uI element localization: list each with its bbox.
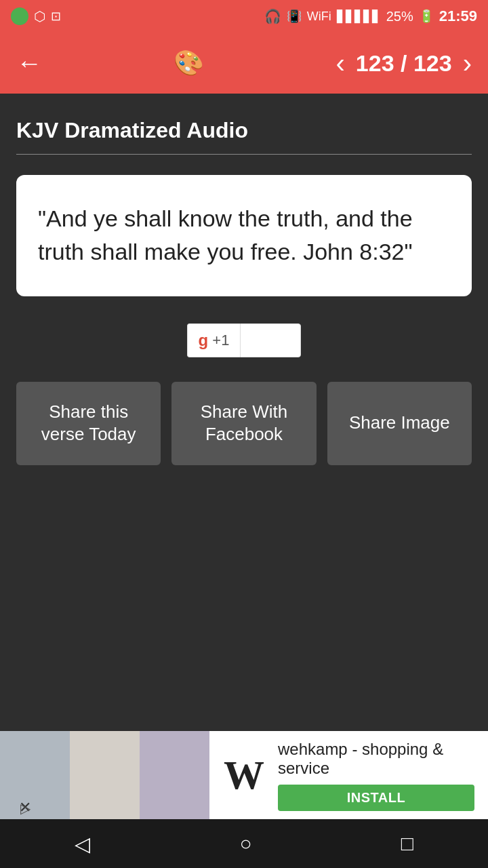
ad-brand-logo: W bbox=[224, 752, 264, 799]
ad-image-1 bbox=[0, 731, 70, 819]
time-display: 21:59 bbox=[439, 7, 477, 25]
palette-icon[interactable]: 🎨 bbox=[174, 49, 204, 77]
system-nav-bar: ◁ ○ □ bbox=[0, 819, 488, 868]
ad-text-block: wehkamp - shopping & service INSTALL bbox=[278, 740, 474, 811]
ad-banner: ✕ ▷ W wehkamp - shopping & service INSTA… bbox=[0, 731, 488, 819]
ad-image-2 bbox=[70, 731, 140, 819]
ad-images bbox=[0, 731, 210, 819]
app-icon-1 bbox=[11, 7, 28, 25]
google-plus-button[interactable]: g +1 bbox=[187, 323, 241, 357]
status-bar-left-icons: ⬡ ⊡ bbox=[11, 7, 61, 25]
google-plus-label: +1 bbox=[212, 332, 229, 349]
google-plus-count[interactable] bbox=[240, 323, 301, 357]
ad-image-3 bbox=[140, 731, 209, 819]
dropbox-icon: ⬡ bbox=[34, 8, 45, 24]
status-bar: ⬡ ⊡ 🎧 📳 WiFi ▋▋▋▋▋ 25% 🔋 21:59 bbox=[0, 0, 488, 33]
verse-text: "And ye shall know the truth, and the tr… bbox=[38, 202, 450, 269]
screenshot-icon: ⊡ bbox=[51, 9, 61, 24]
share-buttons-row: Share this verse Today Share With Facebo… bbox=[16, 382, 472, 466]
section-divider bbox=[16, 154, 472, 155]
next-page-button[interactable]: › bbox=[463, 48, 472, 79]
share-image-button[interactable]: Share Image bbox=[327, 382, 472, 466]
pagination-control: ‹ 123 / 123 › bbox=[336, 48, 472, 79]
vibrate-icon: 📳 bbox=[287, 9, 302, 24]
nav-bar: ← 🎨 ‹ 123 / 123 › bbox=[0, 33, 488, 94]
battery-icon: 🔋 bbox=[419, 9, 434, 24]
main-content: KJV Dramatized Audio "And ye shall know … bbox=[0, 94, 488, 517]
verse-card: "And ye shall know the truth, and the tr… bbox=[16, 175, 472, 296]
ad-forward-icon[interactable]: ▷ bbox=[20, 800, 30, 816]
signal-icon: ▋▋▋▋▋ bbox=[337, 9, 381, 24]
ad-title: wehkamp - shopping & service bbox=[278, 740, 474, 778]
sys-recent-button[interactable]: □ bbox=[401, 832, 413, 855]
social-widget: g +1 bbox=[16, 323, 472, 357]
google-g-logo: g bbox=[199, 331, 209, 350]
share-verse-button[interactable]: Share this verse Today bbox=[16, 382, 161, 466]
status-bar-right-icons: 🎧 📳 WiFi ▋▋▋▋▋ 25% 🔋 21:59 bbox=[264, 7, 477, 25]
headphones-icon: 🎧 bbox=[264, 8, 281, 24]
sys-back-button[interactable]: ◁ bbox=[75, 832, 90, 856]
ad-content: W wehkamp - shopping & service INSTALL bbox=[210, 740, 488, 811]
battery-percent: 25% bbox=[386, 9, 413, 24]
sys-home-button[interactable]: ○ bbox=[239, 832, 251, 855]
share-facebook-button[interactable]: Share With Facebook bbox=[171, 382, 316, 466]
section-title: KJV Dramatized Audio bbox=[16, 118, 472, 143]
prev-page-button[interactable]: ‹ bbox=[336, 48, 345, 79]
page-number: 123 / 123 bbox=[356, 50, 452, 77]
back-button[interactable]: ← bbox=[16, 49, 42, 78]
ad-install-button[interactable]: INSTALL bbox=[278, 785, 474, 811]
wifi-icon: WiFi bbox=[307, 9, 331, 24]
